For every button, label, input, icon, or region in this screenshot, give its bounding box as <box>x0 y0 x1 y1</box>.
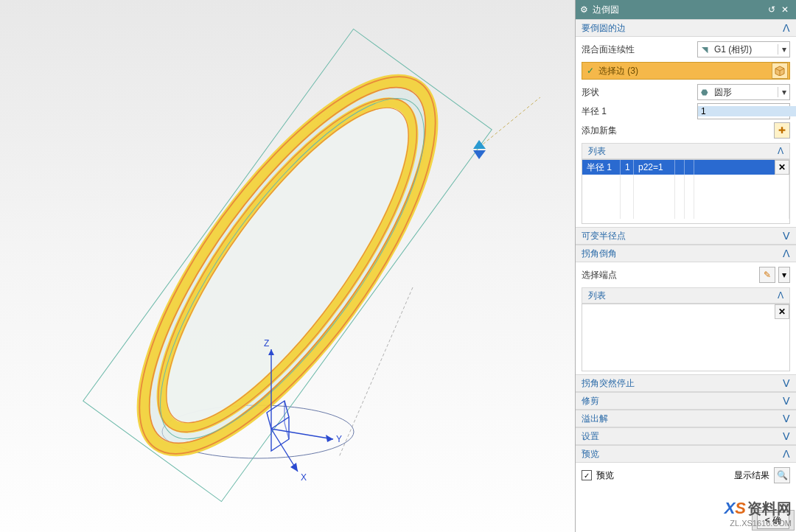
shape-label: 形状 <box>582 86 694 99</box>
preview-checkbox[interactable]: ✓ <box>582 470 592 480</box>
edges-list-header[interactable]: 列表 ᐱ <box>582 143 790 159</box>
svg-marker-20 <box>290 463 298 472</box>
select-edges-label: 选择边 (3) <box>598 65 770 77</box>
svg-point-5 <box>126 74 448 456</box>
chevron-down-icon: ᐯ <box>783 430 790 442</box>
chevron-up-icon: ᐱ <box>783 448 790 460</box>
chevron-up-icon: ᐱ <box>778 290 783 301</box>
watermark-url: ZL.XS1616.COM <box>730 519 792 528</box>
pipette-icon: ✎ <box>764 270 771 280</box>
preview-label: 预览 <box>596 469 730 482</box>
section-corner-header[interactable]: 拐角倒角 ᐱ <box>576 245 796 262</box>
axis-x-label: X <box>301 472 307 483</box>
show-result-button[interactable]: 🔍 <box>774 467 790 483</box>
chevron-down-icon[interactable]: ▾ <box>778 44 789 55</box>
section-preview-header[interactable]: 预览 ᐱ <box>576 445 796 463</box>
select-scope-button[interactable] <box>772 63 788 79</box>
axis-z-label: Z <box>264 338 269 349</box>
corner-listbox[interactable]: ✕ <box>582 304 790 371</box>
check-icon: ✓ <box>587 66 594 76</box>
add-set-label: 添加新集 <box>582 125 771 137</box>
section-preview-body: ✓ 预览 显示结果 🔍 <box>576 463 796 488</box>
pick-endpoint-button[interactable]: ✎ <box>759 267 775 283</box>
remove-corner-button[interactable]: ✕ <box>775 304 789 319</box>
chevron-down-icon: ᐯ <box>783 413 790 424</box>
watermark: XS资料网 ZL.XS1616.COM <box>725 499 792 528</box>
plus-icon: ✚ <box>778 125 786 136</box>
chevron-down-icon[interactable]: ▾ <box>778 87 789 97</box>
svg-marker-13 <box>473 150 486 159</box>
gear-icon[interactable]: ⚙ <box>580 4 588 15</box>
shape-combobox[interactable]: ⬣ 圆形 ▾ <box>697 84 790 100</box>
continuity-combobox[interactable]: ◥ G1 (相切) ▾ <box>697 41 790 57</box>
magnifier-icon: 🔍 <box>777 470 788 480</box>
section-cornerstop-header[interactable]: 拐角突然停止 ᐯ <box>576 374 796 392</box>
section-varpoints-header[interactable]: 可变半径点 ᐯ <box>576 227 796 245</box>
svg-marker-14 <box>473 140 486 149</box>
continuity-label: 混合面连续性 <box>582 43 694 56</box>
section-edges-header[interactable]: 要倒圆的边 ᐱ <box>576 19 796 37</box>
chevron-up-icon: ᐱ <box>783 248 790 259</box>
chevron-down-icon: ᐯ <box>783 230 790 242</box>
svg-line-0 <box>479 97 540 147</box>
add-set-button[interactable]: ✚ <box>774 122 790 139</box>
shape-icon: ⬣ <box>698 88 711 97</box>
section-corner-body: 选择端点 ✎ ▾ 列表 ᐱ ✕ <box>576 262 796 374</box>
section-settings-header[interactable]: 设置 ᐯ <box>576 427 796 445</box>
remove-set-button[interactable]: ✕ <box>775 160 789 175</box>
reset-icon[interactable]: ↺ <box>765 4 778 15</box>
chevron-down-icon: ᐯ <box>783 395 790 407</box>
svg-line-16 <box>271 429 333 439</box>
chevron-up-icon: ᐱ <box>778 146 783 156</box>
radius-set-listbox[interactable]: 半径 1 1 p22=1 ✕ <box>582 159 790 224</box>
list-item[interactable]: 半径 1 1 p22=1 <box>582 160 789 175</box>
corner-list-header[interactable]: 列表 ᐱ <box>582 287 790 304</box>
radius-input[interactable]: mm ▾ <box>697 103 790 119</box>
panel-title: 边倒圆 <box>593 4 765 16</box>
select-edges-row[interactable]: ✓ 选择边 (3) <box>582 62 790 80</box>
rss-icon: ◥ <box>698 45 711 55</box>
endpoint-label: 选择端点 <box>582 269 756 281</box>
axis-y-label: Y <box>336 434 342 444</box>
section-trim-header[interactable]: 修剪 ᐯ <box>576 392 796 410</box>
viewport-3d[interactable]: Z Y X <box>0 0 540 532</box>
chevron-down-icon: ᐯ <box>783 377 790 389</box>
radius-field[interactable] <box>698 106 796 116</box>
svg-marker-19 <box>326 435 333 442</box>
show-result-label: 显示结果 <box>734 469 769 482</box>
radius-label: 半径 1 <box>582 105 694 118</box>
list-item[interactable] <box>582 175 789 189</box>
panel-titlebar[interactable]: ⚙ 边倒圆 ↺ ✕ <box>576 0 796 19</box>
chevron-down-icon: ▾ <box>782 270 786 280</box>
endpoint-options-button[interactable]: ▾ <box>778 267 790 283</box>
chevron-up-icon: ᐱ <box>783 22 790 34</box>
edge-blend-panel: ⚙ 边倒圆 ↺ ✕ 要倒圆的边 ᐱ 混合面连续性 ◥ G1 (相切) ▾ ✓ 选… <box>575 0 796 532</box>
list-item[interactable] <box>582 204 789 219</box>
section-edges-body: 混合面连续性 ◥ G1 (相切) ▾ ✓ 选择边 (3) 形状 ⬣ 圆形 ▾ 半… <box>576 37 796 227</box>
list-item[interactable] <box>582 189 789 204</box>
section-overflow-header[interactable]: 溢出解 ᐯ <box>576 410 796 427</box>
close-icon[interactable]: ✕ <box>778 4 792 15</box>
